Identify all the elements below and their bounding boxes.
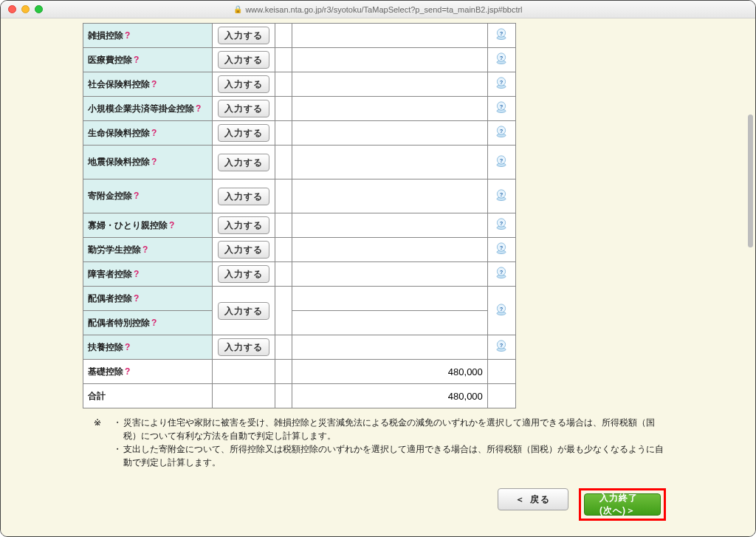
help-mark-icon[interactable]: ? bbox=[134, 293, 139, 304]
help-mark-icon[interactable]: ? bbox=[125, 30, 130, 41]
row-label: 社会保険料控除? bbox=[83, 72, 213, 97]
input-button[interactable]: 入力する bbox=[218, 51, 269, 69]
note-1: 災害により住宅や家財に被害を受け、雑損控除と災害減免法による税金の減免のいずれか… bbox=[123, 416, 670, 442]
notes-block: ※ ・ 災害により住宅や家財に被害を受け、雑損控除と災害減免法による税金の減免の… bbox=[94, 416, 670, 469]
row-label: 雑損控除? bbox=[83, 24, 213, 48]
svg-text:?: ? bbox=[500, 128, 504, 134]
row-label-fuyo: 扶養控除? bbox=[83, 335, 213, 360]
note-2: 支出した寄附金について、所得控除又は税額控除のいずれかを選択して適用できる場合は… bbox=[123, 442, 670, 469]
svg-text:?: ? bbox=[500, 30, 504, 37]
window-controls bbox=[8, 5, 43, 13]
input-button[interactable]: 入力する bbox=[218, 265, 269, 283]
help-mark-icon[interactable]: ? bbox=[151, 157, 157, 167]
svg-text:?: ? bbox=[500, 220, 504, 227]
help-mark-icon[interactable]: ? bbox=[151, 318, 157, 328]
row-label-spouse2: 配偶者特別控除? bbox=[83, 311, 213, 335]
svg-text:?: ? bbox=[500, 103, 504, 110]
help-icon[interactable]: ? bbox=[495, 303, 508, 316]
scrollbar-thumb[interactable] bbox=[748, 114, 753, 247]
help-icon[interactable]: ? bbox=[495, 52, 508, 65]
svg-text:?: ? bbox=[500, 191, 504, 197]
deduction-table: 雑損控除?入力する?医療費控除?入力する?社会保険料控除?入力する?小規模企業共… bbox=[83, 23, 516, 408]
help-mark-icon[interactable]: ? bbox=[134, 269, 139, 279]
input-button[interactable]: 入力する bbox=[218, 124, 269, 142]
help-mark-icon[interactable]: ? bbox=[134, 191, 139, 201]
svg-text:?: ? bbox=[500, 269, 504, 276]
row-label: 寡婦・ひとり親控除? bbox=[83, 213, 213, 238]
row-label: 地震保険料控除? bbox=[83, 146, 213, 179]
help-icon[interactable]: ? bbox=[495, 76, 508, 89]
help-mark-icon[interactable]: ? bbox=[125, 366, 130, 377]
svg-text:?: ? bbox=[500, 79, 504, 86]
help-mark-icon[interactable]: ? bbox=[196, 103, 201, 114]
nav-button-bar: ＜ 戻る 入力終了(次へ)＞ bbox=[83, 488, 673, 521]
title-bar: 🔒 www.keisan.nta.go.jp/r3/syotoku/TaMapS… bbox=[1, 1, 755, 18]
input-button[interactable]: 入力する bbox=[218, 100, 269, 117]
input-button[interactable]: 入力する bbox=[218, 154, 269, 171]
value-total: 480,000 bbox=[292, 384, 487, 408]
row-label-spouse1: 配偶者控除? bbox=[83, 287, 213, 311]
input-cell-spouse: 入力する bbox=[212, 287, 275, 335]
value-kiso: 480,000 bbox=[292, 360, 487, 384]
help-mark-icon[interactable]: ? bbox=[151, 79, 157, 89]
input-button[interactable]: 入力する bbox=[218, 338, 269, 356]
help-mark-icon[interactable]: ? bbox=[125, 342, 130, 352]
row-label: 障害者控除? bbox=[83, 262, 213, 287]
page-content: 雑損控除?入力する?医療費控除?入力する?社会保険料控除?入力する?小規模企業共… bbox=[1, 18, 755, 536]
input-button[interactable]: 入力する bbox=[218, 241, 269, 259]
help-icon[interactable]: ? bbox=[495, 217, 508, 230]
minimize-icon[interactable] bbox=[21, 5, 30, 13]
svg-text:?: ? bbox=[500, 305, 504, 312]
row-label: 寄附金控除? bbox=[83, 179, 213, 213]
input-button[interactable]: 入力する bbox=[218, 188, 269, 205]
next-button-highlight: 入力終了(次へ)＞ bbox=[579, 488, 666, 521]
row-label: 勤労学生控除? bbox=[83, 238, 213, 262]
close-icon[interactable] bbox=[8, 5, 16, 13]
zoom-icon[interactable] bbox=[35, 5, 43, 13]
svg-text:?: ? bbox=[500, 244, 504, 251]
help-icon[interactable]: ? bbox=[495, 125, 508, 138]
next-button[interactable]: 入力終了(次へ)＞ bbox=[584, 493, 661, 516]
lock-icon: 🔒 bbox=[233, 5, 242, 13]
input-button[interactable]: 入力する bbox=[218, 216, 269, 234]
app-window: 🔒 www.keisan.nta.go.jp/r3/syotoku/TaMapS… bbox=[0, 0, 756, 537]
row-label-total: 合計 bbox=[83, 384, 213, 408]
row-label: 小規模企業共済等掛金控除? bbox=[83, 97, 213, 121]
help-mark-icon[interactable]: ? bbox=[151, 128, 157, 138]
svg-text:?: ? bbox=[500, 55, 504, 61]
input-button[interactable]: 入力する bbox=[218, 27, 269, 44]
help-icon[interactable]: ? bbox=[495, 339, 508, 352]
back-button[interactable]: ＜ 戻る bbox=[498, 488, 568, 510]
input-button[interactable]: 入力する bbox=[218, 302, 269, 320]
help-icon[interactable]: ? bbox=[495, 242, 508, 255]
help-mark-icon[interactable]: ? bbox=[142, 244, 148, 255]
svg-text:?: ? bbox=[500, 157, 504, 163]
help-icon[interactable]: ? bbox=[495, 154, 508, 168]
row-label: 医療費控除? bbox=[83, 48, 213, 72]
row-label: 生命保険料控除? bbox=[83, 121, 213, 146]
help-icon[interactable]: ? bbox=[495, 188, 508, 202]
row-label-kiso: 基礎控除? bbox=[83, 360, 213, 384]
svg-text:?: ? bbox=[500, 342, 504, 349]
input-button[interactable]: 入力する bbox=[218, 75, 269, 93]
help-icon[interactable]: ? bbox=[495, 100, 508, 114]
help-icon[interactable]: ? bbox=[495, 266, 508, 279]
help-mark-icon[interactable]: ? bbox=[134, 55, 139, 65]
address-url: www.keisan.nta.go.jp/r3/syotoku/TaMapSel… bbox=[245, 5, 522, 14]
help-mark-icon[interactable]: ? bbox=[169, 220, 174, 230]
help-icon[interactable]: ? bbox=[495, 27, 508, 41]
